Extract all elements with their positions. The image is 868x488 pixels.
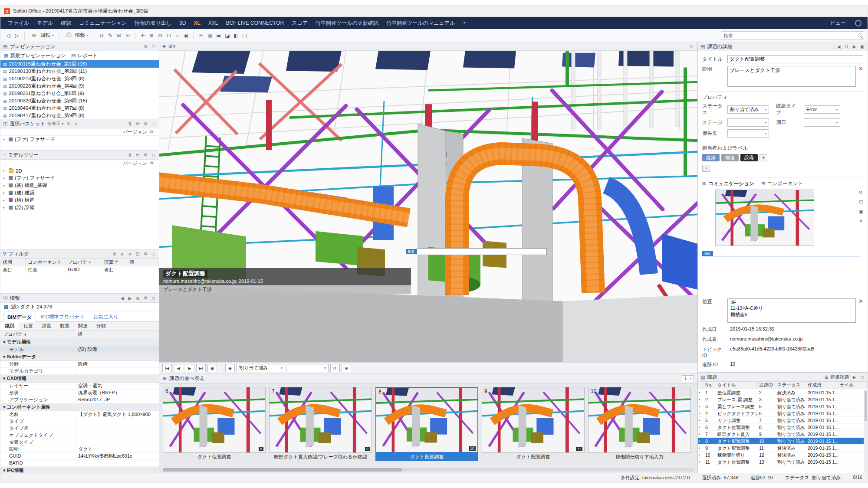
- tab-IFC標準プロパティ[interactable]: IFC標準プロパティ: [37, 313, 88, 321]
- pencil-icon[interactable]: ✎: [106, 31, 115, 40]
- next-issue-icon[interactable]: ▶: [852, 44, 857, 49]
- slideshow-button[interactable]: ▣: [207, 364, 217, 372]
- issue-row[interactable]: ▸7暗部ダクト貫入9割り当て済み2019-01-15 1...: [698, 431, 868, 438]
- menu-item[interactable]: モデル: [33, 17, 57, 29]
- subtab-位置[interactable]: 位置: [19, 322, 37, 330]
- tree-item[interactable]: ▸2D: [0, 167, 159, 174]
- maximize-icon[interactable]: □: [151, 252, 156, 256]
- next-issue-button[interactable]: ▶: [185, 364, 194, 372]
- issue-row[interactable]: ▸3梁とブレース調整5割り当て済み2019-01-15 1...: [698, 403, 868, 410]
- subtab-数量[interactable]: 数量: [56, 322, 74, 330]
- tab-components[interactable]: ⊞ コンポーネント: [761, 180, 803, 187]
- search-input[interactable]: [723, 33, 855, 38]
- cut-icon[interactable]: ✂: [197, 31, 206, 40]
- detach-icon[interactable]: ⧉: [143, 251, 148, 256]
- property-row[interactable]: レイヤー空調・還気: [0, 383, 159, 390]
- issue-row[interactable]: ▸1壁位置調整2解決済み2019-01-15 1...: [698, 389, 868, 396]
- markup-icon[interactable]: ◧: [232, 31, 240, 40]
- detach-icon[interactable]: ⧉: [143, 152, 148, 157]
- stage-select[interactable]: ▾: [727, 118, 769, 127]
- fit-icon[interactable]: ⊡: [164, 31, 173, 40]
- maximize-icon[interactable]: □: [151, 153, 156, 157]
- tree-item[interactable]: ▸(建) 建築: [0, 189, 159, 197]
- bis-text-input[interactable]: [417, 248, 547, 255]
- tab-BIMデータ[interactable]: BIMデータ: [3, 313, 36, 322]
- maximize-icon[interactable]: ▣: [859, 44, 865, 49]
- last-issue-button[interactable]: ▶|: [196, 364, 206, 372]
- presentation-item[interactable]: ▤20190404重ね合わせ会_第7回 (8): [0, 105, 159, 112]
- menu-item[interactable]: 3D: [175, 17, 190, 29]
- issue-row[interactable]: ▸8ダクト配置調整10割り当て済み2019-01-15 1...: [698, 438, 868, 445]
- rotate-dropdown[interactable]: ⟳ 回転 ▾: [28, 31, 56, 40]
- detach-icon[interactable]: ⧉: [143, 121, 148, 126]
- menu-item[interactable]: +: [459, 17, 470, 29]
- secondary-filter-select[interactable]: ▾: [287, 364, 329, 372]
- settings-button[interactable]: ⊕: [342, 364, 351, 372]
- eye-icon[interactable]: ◉: [182, 31, 191, 40]
- subtab-分類[interactable]: 分類: [92, 322, 110, 330]
- new-presentation-button[interactable]: ▦ 新規プレゼンテーション: [4, 52, 66, 59]
- property-row[interactable]: 名前【ダクト】還気ダクト 1,800×900: [0, 411, 159, 418]
- folder-icon[interactable]: ⊟: [135, 252, 141, 256]
- presentation-item[interactable]: ▤20190417重ね合わせ会_第9回 (8): [0, 112, 159, 119]
- home-icon[interactable]: ⌂: [173, 31, 182, 40]
- property-row[interactable]: 分野設備: [0, 361, 159, 368]
- link-icon[interactable]: ⧉: [149, 160, 155, 166]
- label-tag[interactable]: 構造: [721, 154, 739, 161]
- maximize-icon[interactable]: □: [151, 296, 156, 301]
- location-value[interactable]: 3F 11-13×A-C通り 機械室5: [727, 298, 856, 323]
- issue-thumbnail[interactable]: 911ダクト配置調整: [482, 387, 585, 466]
- refresh-icon[interactable]: ⟳: [135, 153, 141, 157]
- grid-icon[interactable]: ▦: [206, 31, 214, 40]
- first-issue-button[interactable]: |◀: [162, 364, 172, 372]
- issues-column[interactable]: ステータス: [776, 382, 806, 389]
- property-group[interactable]: ▾ CAD情報: [0, 375, 159, 383]
- list-icon[interactable]: ≡: [73, 121, 79, 126]
- selected-component-row[interactable]: (設) ダクト.24.373: [0, 303, 159, 311]
- property-row[interactable]: BATID: [0, 460, 159, 467]
- report-button[interactable]: ▤ レポート: [71, 52, 98, 59]
- issue-thumbnail[interactable]: 10稼働間仕切り下地入力: [588, 387, 691, 466]
- sort-icon[interactable]: ⇅: [127, 121, 133, 126]
- fit-icon[interactable]: ⊡: [859, 199, 863, 205]
- issue-title-input[interactable]: [727, 55, 863, 63]
- presentation-item[interactable]: ▤20190213重ね合わせ会_第3回 (8): [0, 75, 159, 82]
- tree-item[interactable]: ▸(構) 構造: [0, 197, 159, 204]
- prev-issue-button[interactable]: ◀: [174, 364, 183, 372]
- presentation-item[interactable]: ▤20190226重ね合わせ会_第4回 (9): [0, 82, 159, 90]
- tree-item[interactable]: ▸(設) 設備: [0, 204, 159, 211]
- filter-cell[interactable]: 任意: [26, 266, 66, 274]
- next-icon[interactable]: ▶: [127, 296, 133, 301]
- property-row[interactable]: モデルカテゴリ: [0, 368, 159, 375]
- bis-chip[interactable]: BIS: [702, 251, 713, 256]
- filter-cell[interactable]: 含む: [0, 266, 26, 274]
- section-icon[interactable]: ◪: [223, 31, 232, 40]
- back-icon[interactable]: ◁: [4, 31, 13, 40]
- property-group[interactable]: ▾ Solibriデータ: [0, 353, 159, 361]
- maximize-icon[interactable]: □: [151, 121, 156, 126]
- issues-column[interactable]: No.: [704, 382, 716, 389]
- new-issue-button[interactable]: ⊞ 新規課題: [825, 374, 849, 380]
- zoom-out-icon[interactable]: ⊖: [156, 31, 164, 40]
- camera-icon[interactable]: ▣: [214, 31, 223, 40]
- sort-icon[interactable]: ⇅: [127, 153, 133, 157]
- menu-item[interactable]: 情報の取り出し: [131, 17, 175, 29]
- issue-row[interactable]: ▸4ビッグダクトファン6割り当て済み2019-01-15 1...: [698, 410, 868, 417]
- property-row[interactable]: モデル(設) 設備: [0, 346, 159, 353]
- issues-column[interactable]: 作成日: [806, 382, 838, 389]
- issue-snapshot[interactable]: [715, 190, 814, 246]
- viewport-3d[interactable]: ダクト配置調整 nomura.masahiro@takenaka.co.jp, …: [159, 51, 697, 362]
- menu-item[interactable]: BCF LIVE CONNECTOR: [222, 17, 288, 29]
- detach-icon[interactable]: ⧉: [143, 44, 148, 49]
- info-dropdown[interactable]: ⓘ 情報 ▾: [62, 31, 91, 40]
- tab-お気に入り[interactable]: お気に入り: [89, 313, 122, 321]
- presentation-item[interactable]: ▤20190130重ね合わせ会_第2回 (11): [0, 68, 159, 75]
- menu-item[interactable]: スコア: [288, 17, 312, 29]
- presentation-item[interactable]: ▤20190311重ね合わせ会_第5回 (9): [0, 90, 159, 97]
- menu-item[interactable]: コミュニケーション: [75, 17, 131, 29]
- tree-item[interactable]: ▸(基) 構造_基礎: [0, 182, 159, 189]
- tab-communication[interactable]: ✉ コミュニケーション: [702, 180, 754, 187]
- issue-type-select[interactable]: Error ▾: [804, 105, 840, 114]
- issue-row[interactable]: ▸11ダクト位置調整13割り当て済み2019-01-15 1...: [698, 459, 868, 465]
- status-filter-select[interactable]: 割り当て済み ▾: [237, 364, 285, 372]
